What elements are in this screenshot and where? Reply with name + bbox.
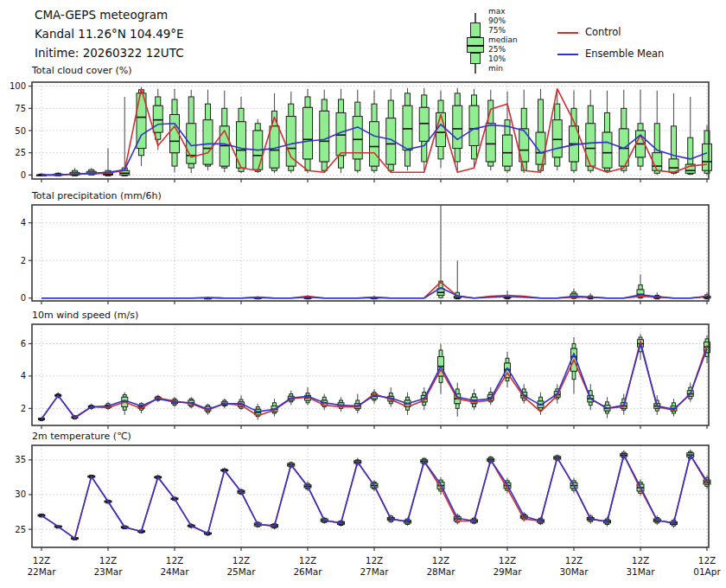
svg-text:2: 2 xyxy=(21,404,26,413)
figure-header: CMA-GEPS meteogram Kandal 11.26°N 104.49… xyxy=(35,5,184,62)
x-axis-labels: 12Z22Mar12Z23Mar12Z24Mar12Z25Mar12Z26Mar… xyxy=(27,555,721,577)
svg-text:28Mar: 28Mar xyxy=(426,566,455,577)
svg-text:23Mar: 23Mar xyxy=(93,566,123,577)
svg-text:12Z: 12Z xyxy=(232,555,251,566)
panel-title-wind-speed: 10m wind speed (m/s) xyxy=(32,310,138,321)
svg-text:25: 25 xyxy=(15,525,26,534)
meteogram-figure: 025507510002424625303512Z22Mar12Z23Mar12… xyxy=(0,0,726,588)
legend-label-median: median xyxy=(488,35,518,45)
svg-text:01Apr: 01Apr xyxy=(693,566,721,577)
svg-text:6: 6 xyxy=(21,339,26,348)
panel-total-precipitation: 024 xyxy=(21,205,710,304)
meteogram-chart: 025507510002424625303512Z22Mar12Z23Mar12… xyxy=(0,0,726,588)
svg-text:2: 2 xyxy=(21,256,26,265)
svg-text:12Z: 12Z xyxy=(698,555,716,566)
control-legend-label: Control xyxy=(585,26,621,38)
svg-text:12Z: 12Z xyxy=(299,555,317,566)
legend-label-90: 90% xyxy=(488,16,518,26)
control-line-swatch xyxy=(557,32,578,34)
svg-text:12Z: 12Z xyxy=(499,555,517,566)
panel-title-precipitation: Total precipitation (mm/6h) xyxy=(32,190,162,201)
svg-text:12Z: 12Z xyxy=(99,555,118,566)
legend-box-90-75 xyxy=(470,22,481,37)
svg-text:12Z: 12Z xyxy=(632,555,650,566)
legend-label-min: min xyxy=(488,64,518,74)
init-time: Initime: 20260322 12UTC xyxy=(35,43,184,62)
svg-text:12Z: 12Z xyxy=(33,555,51,566)
svg-text:4: 4 xyxy=(21,218,26,227)
boxplot-legend-labels: max 90% 75% median 25% 10% min xyxy=(488,7,518,74)
panel-title-cloud-cover: Total cloud cover (%) xyxy=(32,65,132,76)
svg-text:25Mar: 25Mar xyxy=(226,566,256,577)
panel-total-cloud-cover: 0255075100 xyxy=(10,81,712,182)
svg-text:50: 50 xyxy=(15,126,26,136)
svg-text:31Mar: 31Mar xyxy=(626,566,655,577)
figure-title: CMA-GEPS meteogram xyxy=(35,5,184,24)
svg-text:100: 100 xyxy=(10,81,26,91)
svg-text:24Mar: 24Mar xyxy=(160,566,189,577)
svg-text:35: 35 xyxy=(15,455,26,464)
svg-text:26Mar: 26Mar xyxy=(293,566,322,577)
legend-label-25: 25% xyxy=(488,45,518,54)
svg-text:30Mar: 30Mar xyxy=(559,566,589,577)
svg-text:4: 4 xyxy=(21,371,26,380)
panel-temperature-2m: 253035 xyxy=(15,445,710,551)
svg-text:25: 25 xyxy=(15,148,26,157)
station-location: Kandal 11.26°N 104.49°E xyxy=(35,24,184,43)
legend-box-25-10 xyxy=(470,53,481,64)
boxplot-legend-icon xyxy=(458,9,493,78)
panel-wind-speed-10m: 246 xyxy=(21,324,710,429)
svg-text:75: 75 xyxy=(15,104,26,113)
svg-text:27Mar: 27Mar xyxy=(360,566,389,577)
legend-label-10: 10% xyxy=(488,54,518,64)
panel-title-temperature: 2m temperature (℃) xyxy=(32,431,131,442)
svg-text:0: 0 xyxy=(21,170,26,180)
svg-text:22Mar: 22Mar xyxy=(27,566,56,577)
svg-text:30: 30 xyxy=(15,489,26,499)
legend-label-max: max xyxy=(488,7,518,16)
legend-label-75: 75% xyxy=(488,26,518,35)
svg-text:0: 0 xyxy=(21,293,26,303)
svg-text:12Z: 12Z xyxy=(565,555,583,566)
svg-text:12Z: 12Z xyxy=(366,555,384,566)
svg-text:29Mar: 29Mar xyxy=(493,566,522,577)
ensemble-mean-line-swatch xyxy=(557,54,578,55)
svg-text:12Z: 12Z xyxy=(166,555,184,566)
svg-text:12Z: 12Z xyxy=(432,555,450,566)
legend-median-line xyxy=(467,45,484,47)
ensemble-mean-legend-label: Ensemble Mean xyxy=(585,48,664,60)
